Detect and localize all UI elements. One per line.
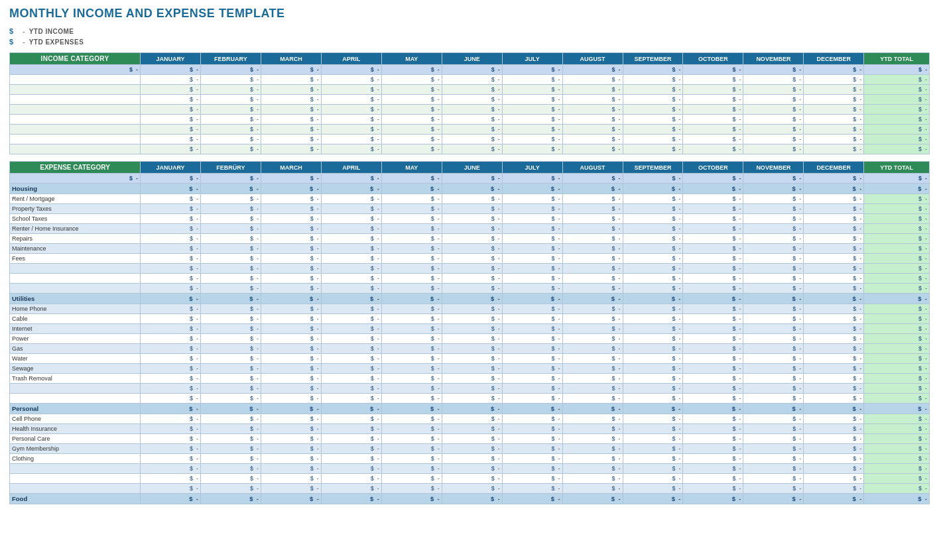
expense-item-month[interactable]: $ - [261,274,321,284]
expense-item-month[interactable]: $ - [502,384,562,394]
expense-item-month[interactable]: $ - [683,394,743,404]
expense-item-month[interactable]: $ - [502,364,562,374]
income-month-cell[interactable]: $ - [743,85,804,95]
expense-item-month[interactable]: $ - [141,194,201,204]
expense-item-month[interactable]: $ - [261,354,321,364]
expense-item-category[interactable]: Cable [10,314,141,324]
expense-item-month[interactable]: $ - [743,284,804,294]
expense-item-category[interactable]: Health Insurance [10,424,141,434]
income-month-cell[interactable]: $ - [743,75,804,85]
expense-item-month[interactable]: $ - [141,354,201,364]
expense-item-month[interactable]: $ - [743,314,804,324]
expense-item-month[interactable]: $ - [623,234,683,244]
expense-item-month[interactable]: $ - [804,324,864,334]
expense-item-month[interactable]: $ - [141,474,201,484]
expense-item-month[interactable]: $ - [200,284,261,294]
expense-item-month[interactable]: $ - [562,364,623,374]
expense-item-month[interactable]: $ - [683,474,743,484]
income-month-cell[interactable]: $ - [141,115,201,125]
income-month-cell[interactable]: $ - [200,125,261,135]
income-month-cell[interactable]: $ - [623,135,683,144]
expense-item-month[interactable]: $ - [804,484,864,494]
expense-item-month[interactable]: $ - [442,224,502,234]
expense-item-month[interactable]: $ - [683,464,743,474]
income-month-cell[interactable]: $ - [200,144,261,154]
expense-item-month[interactable]: $ - [381,204,442,214]
income-month-cell[interactable]: $ - [502,125,562,135]
income-month-cell[interactable]: $ - [321,75,381,85]
income-category-cell[interactable] [10,125,141,135]
expense-item-month[interactable]: $ - [442,474,502,484]
expense-item-month[interactable]: $ - [502,214,562,224]
expense-item-month[interactable]: $ - [200,464,261,474]
expense-item-month[interactable]: $ - [321,234,381,244]
expense-item-month[interactable]: $ - [562,204,623,214]
expense-item-month[interactable]: $ - [141,374,201,384]
expense-item-category[interactable]: Repairs [10,234,141,244]
expense-item-month[interactable]: $ - [321,484,381,494]
expense-item-month[interactable]: $ - [261,464,321,474]
expense-item-month[interactable]: $ - [804,464,864,474]
income-month-cell[interactable]: $ - [683,75,743,85]
expense-item-month[interactable]: $ - [261,364,321,374]
expense-item-month[interactable]: $ - [804,434,864,444]
expense-item-ytd[interactable]: $ - [864,284,930,294]
expense-item-month[interactable]: $ - [804,394,864,404]
expense-item-month[interactable]: $ - [381,244,442,254]
expense-item-category[interactable] [10,264,141,274]
income-month-cell[interactable]: $ - [442,85,502,95]
income-category-cell[interactable] [10,144,141,154]
expense-item-category[interactable]: Sewage [10,364,141,374]
expense-item-month[interactable]: $ - [502,284,562,294]
expense-item-month[interactable]: $ - [804,384,864,394]
expense-item-month[interactable]: $ - [502,334,562,344]
expense-item-month[interactable]: $ - [804,354,864,364]
expense-item-category[interactable]: School Taxes [10,214,141,224]
expense-item-month[interactable]: $ - [200,314,261,324]
expense-item-month[interactable]: $ - [623,274,683,284]
expense-item-month[interactable]: $ - [321,474,381,484]
expense-item-month[interactable]: $ - [502,204,562,214]
income-month-cell[interactable]: $ - [442,105,502,115]
expense-item-ytd[interactable]: $ - [864,424,930,434]
expense-item-month[interactable]: $ - [562,454,623,464]
expense-item-month[interactable]: $ - [804,444,864,454]
expense-item-month[interactable]: $ - [381,214,442,224]
expense-item-month[interactable]: $ - [502,234,562,244]
expense-item-month[interactable]: $ - [683,344,743,354]
income-month-cell[interactable]: $ - [683,115,743,125]
expense-item-month[interactable]: $ - [623,254,683,264]
expense-item-month[interactable]: $ - [261,434,321,444]
expense-item-month[interactable]: $ - [261,324,321,334]
expense-item-month[interactable]: $ - [804,264,864,274]
income-month-cell[interactable]: $ - [804,105,864,115]
expense-item-ytd[interactable]: $ - [864,354,930,364]
expense-item-month[interactable]: $ - [562,334,623,344]
expense-item-ytd[interactable]: $ - [864,334,930,344]
expense-item-month[interactable]: $ - [442,394,502,404]
income-month-cell[interactable]: $ - [321,125,381,135]
expense-item-category[interactable]: Gas [10,344,141,354]
expense-item-month[interactable]: $ - [200,264,261,274]
expense-item-month[interactable]: $ - [502,464,562,474]
expense-item-month[interactable]: $ - [442,434,502,444]
expense-item-ytd[interactable]: $ - [864,434,930,444]
income-month-cell[interactable]: $ - [562,115,623,125]
expense-item-ytd[interactable]: $ - [864,484,930,494]
expense-item-month[interactable]: $ - [200,214,261,224]
expense-item-month[interactable]: $ - [562,414,623,424]
expense-item-month[interactable]: $ - [261,384,321,394]
expense-item-ytd[interactable]: $ - [864,444,930,454]
expense-item-month[interactable]: $ - [683,254,743,264]
expense-item-month[interactable]: $ - [804,344,864,354]
expense-item-month[interactable]: $ - [562,474,623,484]
income-category-cell[interactable] [10,75,141,85]
expense-item-month[interactable]: $ - [804,304,864,314]
income-month-cell[interactable]: $ - [804,125,864,135]
expense-item-month[interactable]: $ - [200,304,261,314]
expense-item-month[interactable]: $ - [683,484,743,494]
expense-item-ytd[interactable]: $ - [864,324,930,334]
expense-item-month[interactable]: $ - [502,244,562,254]
expense-item-month[interactable]: $ - [562,284,623,294]
income-month-cell[interactable]: $ - [442,144,502,154]
